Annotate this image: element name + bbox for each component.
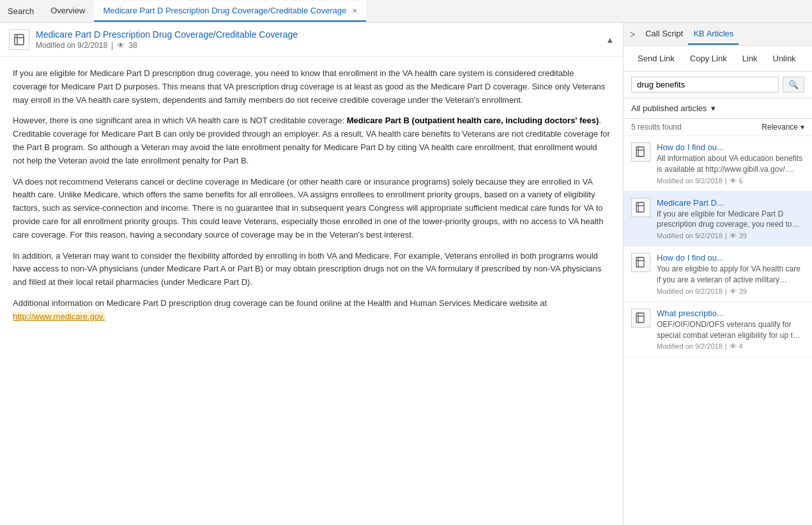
kb-item-content-0: How do I find ou... All information abou… — [657, 142, 804, 185]
paragraph-2: However, there is one significant area i… — [13, 114, 610, 167]
kb-item-content-3: What prescriptio... OEF/OIF/OND/OFS vete… — [657, 308, 804, 351]
kb-item-views-1: 39 — [739, 232, 747, 240]
kb-item-icon-0 — [631, 142, 650, 162]
relevance-arrow: ▾ — [801, 123, 804, 132]
tab-close-icon[interactable]: × — [353, 6, 357, 15]
kb-item-title-1: Medicare Part D... — [657, 198, 804, 208]
article-body: If you are eligible for Medicare Part D … — [0, 57, 623, 525]
filter-dropdown[interactable]: ▾ — [711, 103, 716, 113]
kb-item-meta-1: Modified on 9/2/2018 | 👁 39 — [657, 232, 804, 240]
kb-eye-icon-0: 👁 — [730, 177, 737, 185]
filter-label: All published articles — [631, 103, 707, 113]
article-header: Medicare Part D Prescription Drug Covera… — [0, 23, 623, 57]
svg-rect-3 — [636, 147, 644, 156]
paragraph-5: Additional information on Medicare Part … — [13, 297, 610, 324]
search-row: 🔍 — [624, 72, 812, 98]
filter-dropdown-arrow: ▾ — [711, 103, 716, 113]
paragraph-5-text: Additional information on Medicare Part … — [13, 298, 547, 308]
modified-date: Modified on 9/2/2018 — [36, 41, 107, 50]
paragraph-1: If you are eligible for Medicare Part D … — [13, 67, 610, 107]
search-nav-item[interactable]: Search — [0, 1, 42, 21]
panel-tabs: > Call Script KB Articles — [624, 23, 812, 46]
kb-item-meta-3: Modified on 9/2/2018 | 👁 4 — [657, 342, 804, 350]
view-count: 38 — [128, 41, 137, 50]
kb-list-item[interactable]: Medicare Part D... If you are eligible f… — [624, 192, 812, 247]
kb-item-date-1: Modified on 9/2/2018 — [657, 232, 723, 240]
kb-item-meta-2: Modified on 9/2/2018 | 👁 39 — [657, 287, 804, 295]
collapse-button[interactable]: ▲ — [606, 35, 614, 45]
kb-eye-icon-1: 👁 — [730, 232, 737, 240]
kb-item-snippet-3: OEF/OIF/OND/OFS veterans qualify for spe… — [657, 319, 804, 341]
article-title: Medicare Part D Prescription Drug Covera… — [36, 29, 298, 40]
kb-item-snippet-1: If you are eligible for Medicare Part D … — [657, 209, 804, 231]
kb-articles-tab[interactable]: KB Articles — [688, 24, 739, 45]
article-area: Medicare Part D Prescription Drug Covera… — [0, 23, 624, 525]
kb-search-input[interactable] — [631, 77, 779, 93]
kb-item-date-3: Modified on 9/2/2018 — [657, 342, 723, 350]
results-bar: 5 results found Relevance ▾ — [624, 119, 812, 136]
kb-item-title-2: How do I find ou... — [657, 253, 804, 262]
svg-rect-6 — [636, 202, 644, 212]
filter-row: All published articles ▾ — [624, 98, 812, 119]
copy-link-button[interactable]: Copy Link — [684, 51, 733, 66]
right-panel: > Call Script KB Articles Send Link Copy… — [624, 23, 812, 525]
kb-item-date-2: Modified on 9/2/2018 — [657, 287, 723, 295]
main-container: Medicare Part D Prescription Drug Covera… — [0, 23, 812, 525]
overview-tab[interactable]: Overview — [42, 1, 94, 22]
kb-item-meta-0: Modified on 9/2/2018 | 👁 6 — [657, 177, 804, 185]
kb-item-date-0: Modified on 9/2/2018 — [657, 177, 723, 185]
svg-rect-0 — [15, 34, 24, 45]
kb-item-snippet-0: All information about VA education benef… — [657, 153, 804, 175]
kb-item-icon-1 — [631, 198, 650, 217]
article-book-icon — [9, 29, 29, 50]
active-tab-label: Medicare Part D Prescription Drug Covera… — [103, 6, 346, 15]
kb-item-views-3: 4 — [739, 342, 743, 350]
link-button[interactable]: Link — [736, 51, 764, 66]
top-nav: Search Overview Medicare Part D Prescrip… — [0, 0, 812, 23]
separator: | — [111, 41, 113, 50]
kb-item-title-3: What prescriptio... — [657, 308, 804, 318]
panel-actions: Send Link Copy Link Link Unlink — [624, 46, 812, 72]
kb-item-content-2: How do I find ou... You are eligible to … — [657, 253, 804, 295]
kb-list-item[interactable]: How do I find ou... You are eligible to … — [624, 247, 812, 302]
active-article-tab[interactable]: Medicare Part D Prescription Drug Covera… — [94, 1, 365, 22]
panel-chevron-icon[interactable]: > — [630, 29, 635, 40]
relevance-label: Relevance — [762, 123, 798, 132]
kb-eye-icon-3: 👁 — [730, 342, 737, 350]
call-script-tab[interactable]: Call Script — [640, 24, 688, 45]
kb-item-views-0: 6 — [739, 177, 743, 185]
kb-eye-icon-2: 👁 — [730, 287, 737, 295]
article-meta: Medicare Part D Prescription Drug Covera… — [36, 29, 298, 50]
kb-item-content-1: Medicare Part D... If you are eligible f… — [657, 198, 804, 240]
relevance-sort[interactable]: Relevance ▾ — [762, 123, 804, 132]
medicare-link[interactable]: http://www.medicare.gov. — [13, 312, 105, 321]
kb-item-icon-3 — [631, 308, 650, 328]
kb-item-snippet-2: You are eligible to apply for VA health … — [657, 264, 804, 285]
results-count: 5 results found — [631, 123, 682, 132]
unlink-button[interactable]: Unlink — [767, 51, 802, 66]
paragraph-3: VA does not recommend Veterans cancel or… — [13, 176, 610, 242]
kb-search-button[interactable]: 🔍 — [783, 77, 804, 93]
svg-rect-9 — [636, 257, 644, 267]
kb-list: How do I find ou... All information abou… — [624, 136, 812, 525]
kb-item-icon-2 — [631, 253, 650, 272]
eye-icon: 👁 — [117, 41, 125, 50]
kb-list-item[interactable]: How do I find ou... All information abou… — [624, 136, 812, 192]
bold-phrase: Medicare Part B (outpatient health care,… — [347, 116, 599, 125]
svg-rect-12 — [636, 313, 644, 323]
paragraph-4: In addition, a Veteran may want to consi… — [13, 250, 610, 289]
article-modified-row: Modified on 9/2/2018 | 👁 38 — [36, 41, 298, 50]
send-link-button[interactable]: Send Link — [631, 51, 681, 66]
kb-item-views-2: 39 — [739, 287, 747, 295]
kb-item-title-0: How do I find ou... — [657, 142, 804, 152]
kb-list-item[interactable]: What prescriptio... OEF/OIF/OND/OFS vete… — [624, 302, 812, 358]
